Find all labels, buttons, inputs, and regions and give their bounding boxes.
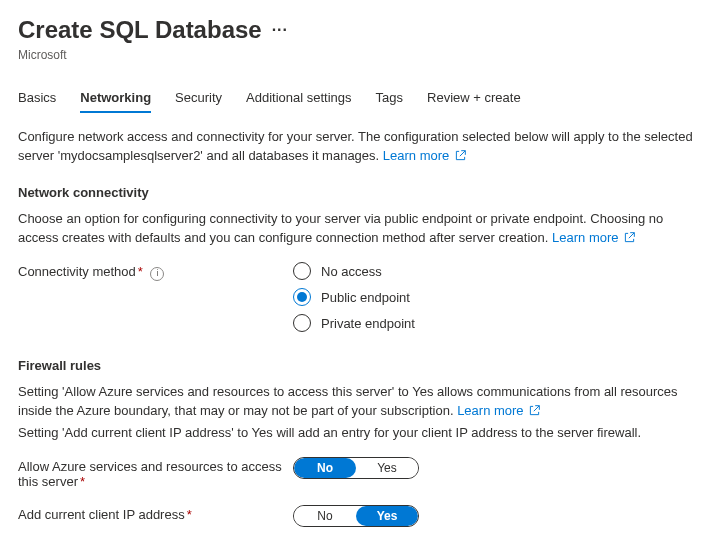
radio-icon bbox=[293, 288, 311, 306]
connectivity-method-label: Connectivity method* i bbox=[18, 262, 293, 281]
firewall-rules-heading: Firewall rules bbox=[18, 358, 704, 373]
info-icon[interactable]: i bbox=[150, 267, 164, 281]
radio-icon bbox=[293, 314, 311, 332]
tab-review-create[interactable]: Review + create bbox=[427, 86, 521, 112]
title-text: Create SQL Database bbox=[18, 16, 262, 44]
tab-additional-settings[interactable]: Additional settings bbox=[246, 86, 352, 112]
radio-public-endpoint[interactable]: Public endpoint bbox=[293, 288, 704, 306]
toggle-option-no[interactable]: No bbox=[294, 458, 356, 478]
toggle-option-no[interactable]: No bbox=[294, 506, 356, 526]
client-ip-toggle[interactable]: No Yes bbox=[293, 505, 419, 527]
network-connectivity-heading: Network connectivity bbox=[18, 185, 704, 200]
toggle-option-yes[interactable]: Yes bbox=[356, 458, 418, 478]
network-connectivity-description: Choose an option for configuring connect… bbox=[18, 210, 704, 249]
external-link-icon bbox=[529, 403, 540, 422]
allow-azure-label: Allow Azure services and resources to ac… bbox=[18, 457, 293, 489]
required-indicator: * bbox=[80, 474, 85, 489]
tab-strip: Basics Networking Security Additional se… bbox=[18, 86, 704, 112]
intro-description: Configure network access and connectivit… bbox=[18, 128, 704, 167]
required-indicator: * bbox=[138, 264, 143, 279]
external-link-icon bbox=[455, 148, 466, 167]
radio-no-access[interactable]: No access bbox=[293, 262, 704, 280]
tab-security[interactable]: Security bbox=[175, 86, 222, 112]
page-title: Create SQL Database ··· bbox=[18, 16, 704, 44]
external-link-icon bbox=[624, 230, 635, 249]
firewall-description-1: Setting 'Allow Azure services and resour… bbox=[18, 383, 704, 422]
tab-tags[interactable]: Tags bbox=[376, 86, 403, 112]
tab-networking[interactable]: Networking bbox=[80, 86, 151, 113]
radio-label: No access bbox=[321, 264, 382, 279]
allow-azure-toggle[interactable]: No Yes bbox=[293, 457, 419, 479]
radio-label: Public endpoint bbox=[321, 290, 410, 305]
radio-label: Private endpoint bbox=[321, 316, 415, 331]
client-ip-label: Add current client IP address* bbox=[18, 505, 293, 522]
radio-private-endpoint[interactable]: Private endpoint bbox=[293, 314, 704, 332]
firewall-learn-more-link[interactable]: Learn more bbox=[457, 403, 540, 418]
tab-basics[interactable]: Basics bbox=[18, 86, 56, 112]
connectivity-method-options: No access Public endpoint Private endpoi… bbox=[293, 262, 704, 340]
intro-learn-more-link[interactable]: Learn more bbox=[383, 148, 466, 163]
required-indicator: * bbox=[187, 507, 192, 522]
radio-icon bbox=[293, 262, 311, 280]
toggle-option-yes[interactable]: Yes bbox=[356, 506, 418, 526]
network-learn-more-link[interactable]: Learn more bbox=[552, 230, 635, 245]
publisher-label: Microsoft bbox=[18, 48, 704, 62]
more-actions-icon[interactable]: ··· bbox=[272, 22, 288, 38]
firewall-description-2: Setting 'Add current client IP address' … bbox=[18, 424, 704, 443]
